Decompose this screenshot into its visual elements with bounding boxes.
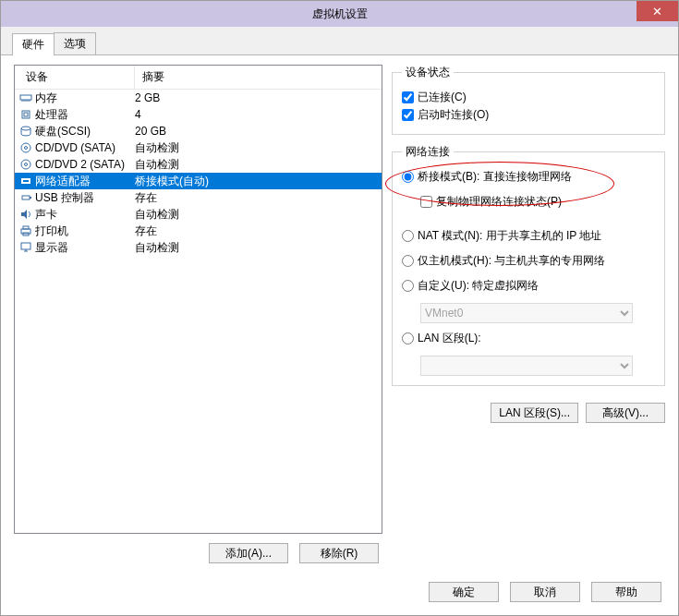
device-row[interactable]: 打印机 存在 [15, 223, 382, 239]
device-name: 硬盘(SCSI) [33, 124, 91, 139]
device-summary: 20 GB [135, 125, 382, 138]
replicate-checkbox[interactable] [420, 196, 432, 208]
svg-point-11 [21, 160, 30, 169]
close-button[interactable]: ✕ [637, 1, 678, 21]
bridged-label[interactable]: 桥接模式(B): 直接连接物理网络 [418, 169, 572, 185]
device-name: CD/DVD (SATA) [33, 141, 115, 154]
device-summary: 自动检测 [135, 140, 382, 156]
lansegment-radio[interactable] [402, 332, 414, 344]
list-header: 设备 摘要 [15, 66, 382, 90]
display-icon [15, 241, 33, 254]
device-name: 声卡 [33, 207, 57, 223]
device-row[interactable]: 网络适配器 桥接模式(自动) [15, 173, 382, 189]
device-name: 显示器 [33, 240, 68, 256]
connect-at-poweron-checkbox[interactable] [402, 109, 414, 121]
svg-rect-20 [21, 243, 30, 249]
custom-label[interactable]: 自定义(U): 特定虚拟网络 [418, 278, 539, 294]
bridged-radio[interactable] [402, 171, 414, 183]
col-header-summary[interactable]: 摘要 [135, 66, 382, 89]
titlebar: 虚拟机设置 ✕ [1, 1, 678, 27]
network-icon [15, 175, 33, 187]
ok-button[interactable]: 确定 [429, 582, 499, 602]
svg-rect-6 [22, 111, 30, 118]
device-row[interactable]: 处理器 4 [15, 106, 382, 123]
device-row[interactable]: 硬盘(SCSI) 20 GB [15, 123, 382, 139]
usb-icon [15, 191, 33, 204]
device-summary: 2 GB [135, 91, 382, 104]
tab-options[interactable]: 选项 [54, 32, 96, 54]
hostonly-radio[interactable] [402, 255, 414, 267]
device-status-legend: 设备状态 [402, 65, 454, 80]
device-row[interactable]: USB 控制器 存在 [15, 189, 382, 206]
network-connection-group: 网络连接 桥接模式(B): 直接连接物理网络 复制物理网络连接状态(P) NAT [392, 144, 665, 386]
device-summary: 4 [135, 108, 382, 121]
col-header-device[interactable]: 设备 [15, 66, 135, 89]
cd-icon [15, 141, 33, 154]
svg-rect-14 [23, 180, 29, 182]
device-name: CD/DVD 2 (SATA) [33, 158, 125, 171]
help-button[interactable]: 帮助 [591, 582, 661, 602]
lansegment-select[interactable] [420, 356, 633, 376]
svg-point-8 [21, 127, 30, 130]
svg-rect-18 [23, 226, 29, 229]
window-title: 虚拟机设置 [312, 6, 368, 22]
memory-icon [15, 91, 33, 104]
svg-rect-0 [20, 95, 31, 100]
disk-icon [15, 125, 33, 138]
device-name: 内存 [33, 91, 57, 106]
device-status-group: 设备状态 已连接(C) 启动时连接(O) [392, 65, 665, 135]
nat-radio[interactable] [402, 230, 414, 242]
remove-button[interactable]: 移除(R) [299, 543, 379, 563]
device-summary: 自动检测 [135, 240, 382, 256]
left-panel: 设备 摘要 内存 2 GB 处理器 4 硬盘(SCSI) 20 GB CD/DV… [14, 65, 382, 563]
connected-checkbox[interactable] [402, 91, 414, 103]
connect-at-poweron-label[interactable]: 启动时连接(O) [418, 107, 489, 123]
connected-label[interactable]: 已连接(C) [418, 90, 467, 105]
device-summary: 自动检测 [135, 157, 382, 173]
cd-icon [15, 158, 33, 171]
cancel-button[interactable]: 取消 [510, 582, 580, 602]
svg-point-10 [25, 147, 28, 150]
lansegment-label[interactable]: LAN 区段(L): [418, 331, 481, 346]
cpu-icon [15, 108, 33, 121]
add-button[interactable]: 添加(A)... [209, 543, 288, 563]
device-name: USB 控制器 [33, 190, 94, 206]
device-row[interactable]: 声卡 自动检测 [15, 206, 382, 223]
device-list[interactable]: 设备 摘要 内存 2 GB 处理器 4 硬盘(SCSI) 20 GB CD/DV… [14, 65, 382, 534]
close-icon: ✕ [652, 5, 662, 18]
svg-rect-7 [24, 113, 28, 116]
sound-icon [15, 208, 33, 221]
device-name: 处理器 [33, 107, 68, 123]
device-summary: 存在 [135, 223, 382, 239]
device-row[interactable]: CD/DVD (SATA) 自动检测 [15, 139, 382, 156]
hostonly-label[interactable]: 仅主机模式(H): 与主机共享的专用网络 [418, 253, 605, 269]
tab-hardware[interactable]: 硬件 [12, 33, 55, 55]
printer-icon [15, 224, 33, 237]
device-name: 打印机 [33, 223, 68, 239]
svg-point-12 [25, 163, 28, 166]
network-connection-legend: 网络连接 [402, 144, 454, 160]
vm-settings-window: 虚拟机设置 ✕ 硬件 选项 设备 摘要 内存 2 GB 处理器 4 [0, 0, 679, 616]
custom-vmnet-select[interactable]: VMnet0 [420, 303, 633, 323]
replicate-label[interactable]: 复制物理网络连接状态(P) [436, 194, 562, 210]
tab-bar: 硬件 选项 [1, 27, 678, 55]
device-row[interactable]: 内存 2 GB [15, 90, 382, 106]
left-button-row: 添加(A)... 移除(R) [14, 534, 382, 563]
svg-rect-15 [22, 196, 30, 199]
right-button-row: LAN 区段(S)... 高级(V)... [392, 403, 665, 423]
device-row[interactable]: 显示器 自动检测 [15, 239, 382, 256]
content-area: 设备 摘要 内存 2 GB 处理器 4 硬盘(SCSI) 20 GB CD/DV… [1, 55, 678, 573]
footer: 确定 取消 帮助 [1, 573, 678, 615]
device-summary: 桥接模式(自动) [135, 174, 382, 189]
device-row[interactable]: CD/DVD 2 (SATA) 自动检测 [15, 156, 382, 173]
device-name: 网络适配器 [33, 174, 91, 189]
right-panel: 设备状态 已连接(C) 启动时连接(O) 网络连接 桥接模式(B): 直接连接物… [392, 65, 665, 563]
custom-radio[interactable] [402, 280, 414, 292]
advanced-button[interactable]: 高级(V)... [586, 403, 665, 423]
device-summary: 存在 [135, 190, 382, 206]
svg-point-9 [21, 143, 30, 152]
nat-label[interactable]: NAT 模式(N): 用于共享主机的 IP 地址 [418, 228, 601, 244]
device-summary: 自动检测 [135, 207, 382, 223]
lan-segments-button[interactable]: LAN 区段(S)... [491, 403, 578, 423]
svg-rect-16 [30, 197, 31, 199]
